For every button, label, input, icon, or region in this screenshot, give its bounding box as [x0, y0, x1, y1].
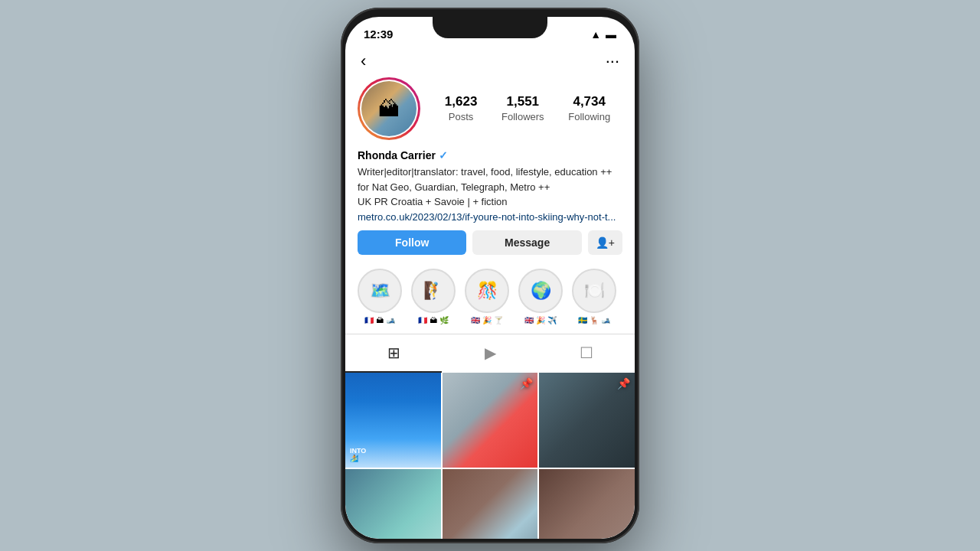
phone-screen: 12:39 ▲ ▬ ‹ ··· 🏔 [345, 17, 635, 539]
grid-cell-1-text: INTO🏄 [350, 448, 366, 463]
story-item-1[interactable]: 🗺️ 🇫🇷 🏔 🎿 [358, 269, 402, 324]
notch [433, 17, 547, 38]
avatar: 🏔 [361, 81, 416, 136]
grid-cell-2[interactable]: 📌 [443, 373, 538, 468]
username-text: Rhonda Carrier [358, 149, 436, 161]
phone-device: 12:39 ▲ ▬ ‹ ··· 🏔 [341, 8, 639, 543]
story-item-5[interactable]: 🍽️ 🇸🇪 🦌 🎿 [572, 269, 616, 324]
battery-icon: ▬ [606, 28, 616, 41]
bio-line2: for Nat Geo, Guardian, Telegraph, Metro … [358, 181, 550, 193]
story-label-2: 🇫🇷 🏔 🌿 [418, 316, 449, 324]
story-label-1: 🇫🇷 🏔 🎿 [364, 316, 395, 324]
profile-name: Rhonda Carrier ✓ [358, 149, 622, 161]
followers-label: Followers [501, 111, 544, 122]
posts-count: 1,623 [445, 94, 478, 109]
status-time: 12:39 [364, 28, 393, 41]
profile-link[interactable]: metro.co.uk/2023/02/13/if-youre-not-into… [358, 211, 622, 223]
grid-cell-3[interactable]: 📌 [539, 373, 635, 468]
tab-reels[interactable]: ▶ [442, 334, 538, 373]
grid-cell-1[interactable]: INTO🏄 [345, 373, 441, 468]
story-item-4[interactable]: 🌍 🇬🇧 🎉 ✈️ [518, 269, 563, 324]
tagged-icon: ☐ [580, 344, 593, 364]
posts-label: Posts [449, 111, 474, 122]
pin-icon-2: 📌 [520, 377, 533, 390]
story-circle-5: 🍽️ [572, 269, 616, 313]
story-item-2[interactable]: 🧗 🇫🇷 🏔 🌿 [411, 269, 456, 324]
story-circle-4: 🌍 [518, 269, 563, 313]
tabs-row: ⊞ ▶ ☐ [345, 334, 635, 373]
message-button[interactable]: Message [472, 230, 581, 255]
tab-grid[interactable]: ⊞ [345, 334, 442, 373]
stories-row: 🗺️ 🇫🇷 🏔 🎿 🧗 🇫🇷 🏔 🌿 🎊 🇬🇧 🎉 🍸 🌍 🇬🇧 [345, 262, 635, 331]
reels-icon: ▶ [485, 344, 496, 364]
avatar-wrapper: 🏔 [358, 77, 420, 140]
more-options-button[interactable]: ··· [606, 51, 619, 71]
follow-button[interactable]: Follow [358, 230, 466, 255]
profile-header: 🏔 1,623 Posts 1,551 Followers [358, 77, 622, 140]
phone-content: 12:39 ▲ ▬ ‹ ··· 🏔 [345, 17, 635, 539]
story-circle-3: 🎊 [465, 269, 509, 313]
story-label-3: 🇬🇧 🎉 🍸 [471, 316, 503, 324]
pin-icon-3: 📌 [617, 377, 630, 390]
followers-stat: 1,551 Followers [501, 94, 544, 123]
status-icons: ▲ ▬ [590, 28, 616, 41]
story-item-3[interactable]: 🎊 🇬🇧 🎉 🍸 [465, 269, 509, 324]
add-friend-button[interactable]: 👤+ [588, 230, 622, 255]
profile-bio: Writer|editor|translator: travel, food, … [358, 165, 622, 210]
profile-section: 🏔 1,623 Posts 1,551 Followers [345, 77, 635, 255]
followers-count: 1,551 [501, 94, 544, 109]
avatar-inner: 🏔 [360, 80, 418, 138]
tab-tagged[interactable]: ☐ [538, 334, 635, 373]
scroll-content: 🏔 1,623 Posts 1,551 Followers [345, 77, 635, 539]
grid-cell-6[interactable]: ⬜ [539, 469, 635, 539]
bio-line3: UK PR Croatia + Savoie | + fiction [358, 196, 508, 207]
grid-cell-5[interactable]: Five no-fly familytrips for 2023 [443, 469, 538, 539]
back-button[interactable]: ‹ [361, 51, 366, 71]
verified-badge: ✓ [439, 149, 448, 161]
stats-row: 1,623 Posts 1,551 Followers 4,734 Follow… [433, 94, 622, 123]
story-circle-2: 🧗 [411, 269, 456, 313]
following-count: 4,734 [568, 94, 610, 109]
photo-grid: INTO🏄 📌 📌 ⬜ Five no-fly familytrips for … [345, 373, 635, 540]
posts-stat: 1,623 Posts [445, 94, 478, 123]
story-label-4: 🇬🇧 🎉 ✈️ [524, 316, 557, 324]
grid-icon: ⊞ [387, 344, 400, 362]
story-label-5: 🇸🇪 🦌 🎿 [578, 316, 610, 324]
nav-bar: ‹ ··· [345, 45, 635, 77]
bio-line1: Writer|editor|translator: travel, food, … [358, 166, 612, 178]
story-circle-1: 🗺️ [358, 269, 402, 313]
following-stat: 4,734 Following [568, 94, 610, 123]
action-buttons: Follow Message 👤+ [358, 230, 622, 255]
wifi-icon: ▲ [590, 28, 601, 41]
following-label: Following [568, 111, 610, 122]
grid-cell-4[interactable]: ⬜ [345, 469, 441, 539]
add-friend-icon: 👤+ [596, 236, 615, 249]
